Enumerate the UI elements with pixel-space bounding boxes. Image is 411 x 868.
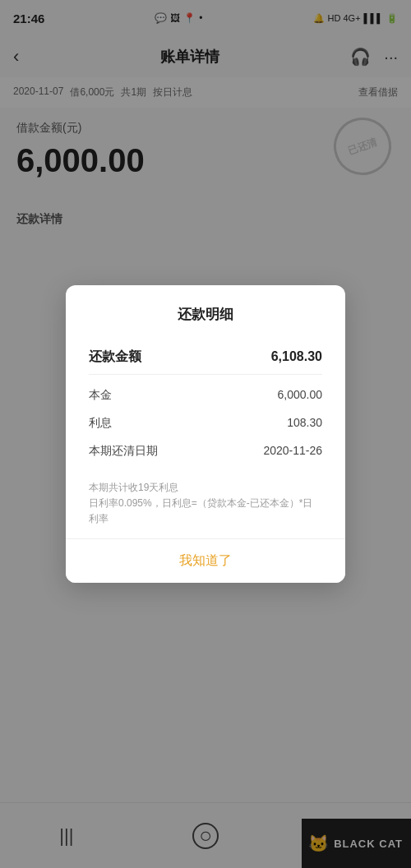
- interest-value: 108.30: [287, 416, 322, 431]
- cleardate-value: 2020-11-26: [263, 444, 322, 459]
- modal-title: 还款明细: [89, 305, 322, 324]
- modal-sub-row-cleardate: 本期还清日期 2020-11-26: [89, 437, 322, 465]
- modal-note: 本期共计收19天利息日利率0.095%，日利息=（贷款本金-已还本金）*日利率: [89, 472, 322, 539]
- main-row-value: 6,108.30: [271, 349, 322, 364]
- overlay: 还款明细 还款金额 6,108.30 本金 6,000.00 利息 108.30…: [0, 0, 411, 868]
- modal-main-row: 还款金额 6,108.30: [89, 340, 322, 375]
- cleardate-label: 本期还清日期: [89, 444, 158, 459]
- modal-sub-rows: 本金 6,000.00 利息 108.30 本期还清日期 2020-11-26: [89, 378, 322, 472]
- main-row-label: 还款金额: [89, 349, 141, 366]
- repayment-detail-modal: 还款明细 还款金额 6,108.30 本金 6,000.00 利息 108.30…: [66, 285, 345, 584]
- modal-sub-row-interest: 利息 108.30: [89, 409, 322, 437]
- modal-sub-row-principal: 本金 6,000.00: [89, 381, 322, 409]
- interest-label: 利息: [89, 416, 112, 431]
- modal-note-text: 本期共计收19天利息日利率0.095%，日利息=（贷款本金-已还本金）*日利率: [89, 482, 312, 524]
- principal-label: 本金: [89, 388, 112, 403]
- principal-value: 6,000.00: [278, 388, 323, 403]
- confirm-button[interactable]: 我知道了: [66, 538, 345, 583]
